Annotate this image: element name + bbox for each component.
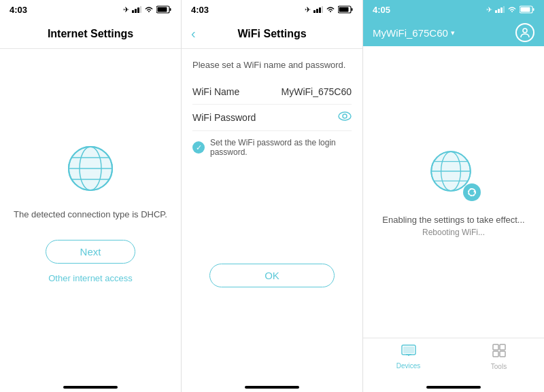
- svg-rect-27: [533, 8, 534, 11]
- content-1: The detected connection type is DHCP. Ne…: [0, 49, 181, 376]
- ok-button[interactable]: OK: [209, 264, 335, 287]
- location-icon-3: ✈: [486, 5, 492, 14]
- globe-icon-1: [63, 141, 118, 196]
- svg-rect-14: [316, 9, 318, 13]
- svg-rect-23: [498, 9, 500, 13]
- battery-icon-2: [338, 5, 353, 14]
- time-1: 4:03: [10, 5, 27, 15]
- page-title-1: Internet Settings: [48, 28, 133, 40]
- home-bar-2: [245, 386, 299, 389]
- svg-rect-25: [503, 6, 505, 13]
- status-bar-2: 4:03 ✈: [182, 0, 362, 19]
- panel-internet-settings: 4:03 ✈ Internet Settings: [0, 0, 182, 392]
- signal-icon-2: [313, 6, 323, 13]
- tab-tools[interactable]: Tools: [454, 338, 544, 376]
- svg-rect-28: [521, 7, 530, 12]
- enabling-status: Enabling the settings to take effect...: [382, 215, 524, 225]
- home-indicator-3: [363, 376, 544, 392]
- wifi-icon-3: [507, 6, 517, 13]
- wifi-name-row: WiFi Name MyWiFi_675C60: [192, 79, 352, 105]
- ok-modal-area: OK: [182, 175, 362, 376]
- status-icons-3: ✈: [486, 5, 534, 14]
- svg-rect-13: [313, 10, 316, 13]
- signal-icon-1: [132, 6, 141, 13]
- svg-rect-22: [495, 10, 497, 13]
- top-bar-3: MyWiFi_675C60 ▾: [363, 19, 544, 46]
- svg-rect-15: [319, 7, 321, 13]
- svg-point-21: [343, 114, 347, 118]
- devices-label: Devices: [396, 362, 421, 370]
- wifi-icon-2: [326, 6, 335, 13]
- svg-rect-16: [322, 6, 323, 13]
- globe-spin-wrapper: [426, 147, 481, 201]
- svg-rect-5: [170, 8, 171, 11]
- rebooting-status: Rebooting WiFi...: [422, 228, 485, 237]
- back-button[interactable]: ‹: [191, 26, 196, 41]
- tools-icon: [492, 344, 506, 361]
- home-bar-3: [426, 386, 481, 389]
- home-indicator-2: [182, 376, 362, 392]
- home-indicator-1: [0, 376, 181, 392]
- status-bar-3: 4:05 ✈: [363, 0, 544, 19]
- wifi-password-row: WiFi Password: [192, 105, 352, 131]
- svg-rect-44: [500, 351, 505, 357]
- checkbox-row: ✓ Set the WiFi password as the login pas…: [192, 131, 352, 164]
- bottom-tabs: Devices Tools: [363, 338, 544, 376]
- content-3: Enabling the settings to take effect... …: [363, 46, 544, 338]
- wifi-name-value: MyWiFi_675C60: [282, 86, 352, 97]
- nav-bar-2: ‹ WiFi Settings: [182, 19, 362, 49]
- spin-icon: [463, 183, 481, 201]
- svg-rect-40: [403, 346, 414, 353]
- tab-devices[interactable]: Devices: [363, 338, 454, 376]
- home-bar-1: [63, 386, 118, 389]
- wifi-name-label: WiFi Name: [192, 86, 239, 97]
- battery-icon-1: [156, 5, 171, 14]
- svg-rect-18: [352, 8, 353, 11]
- chevron-icon: ▾: [451, 29, 455, 37]
- devices-icon: [401, 344, 416, 360]
- dhcp-description: The detected connection type is DHCP.: [14, 209, 167, 219]
- eye-icon[interactable]: [338, 111, 352, 124]
- tools-label: Tools: [491, 363, 507, 370]
- panel-wifi-settings: 4:03 ✈ ‹ WiFi Settings Pleas: [182, 0, 363, 392]
- next-button[interactable]: Next: [46, 240, 136, 264]
- page-title-2: WiFi Settings: [237, 28, 306, 40]
- svg-rect-41: [493, 344, 498, 350]
- svg-rect-42: [500, 344, 505, 350]
- other-internet-link[interactable]: Other internet access: [48, 273, 133, 283]
- location-icon-2: ✈: [305, 5, 311, 14]
- user-icon[interactable]: [515, 23, 534, 42]
- nav-bar-1: Internet Settings: [0, 19, 181, 49]
- time-3: 4:05: [373, 5, 390, 15]
- svg-rect-3: [140, 6, 141, 13]
- wifi-icon-1: [144, 6, 154, 13]
- signal-icon-3: [495, 6, 505, 13]
- battery-icon-3: [520, 5, 534, 14]
- form-hint: Please set a WiFi name and password.: [192, 60, 352, 70]
- checkbox-icon[interactable]: ✓: [192, 141, 205, 154]
- network-name-text: MyWiFi_675C60: [373, 27, 448, 39]
- wifi-password-label: WiFi Password: [192, 112, 256, 123]
- form-area: Please set a WiFi name and password. WiF…: [182, 49, 362, 175]
- network-name[interactable]: MyWiFi_675C60 ▾: [373, 27, 455, 39]
- time-2: 4:03: [191, 5, 209, 15]
- status-icons-2: ✈: [305, 5, 353, 14]
- location-icon-1: ✈: [123, 5, 129, 14]
- svg-rect-2: [137, 7, 139, 13]
- svg-rect-24: [500, 7, 503, 13]
- panel-enabling-settings: 4:05 ✈ MyWiFi_675C60 ▾: [363, 0, 544, 392]
- svg-rect-6: [158, 7, 167, 12]
- svg-rect-19: [339, 7, 349, 12]
- svg-rect-43: [493, 351, 498, 357]
- svg-rect-1: [135, 9, 137, 13]
- checkbox-label: Set the WiFi password as the login passw…: [210, 138, 352, 157]
- svg-point-20: [339, 112, 351, 120]
- svg-rect-0: [132, 10, 134, 13]
- status-bar-1: 4:03 ✈: [0, 0, 181, 19]
- svg-point-29: [523, 29, 527, 33]
- status-icons-1: ✈: [123, 5, 171, 14]
